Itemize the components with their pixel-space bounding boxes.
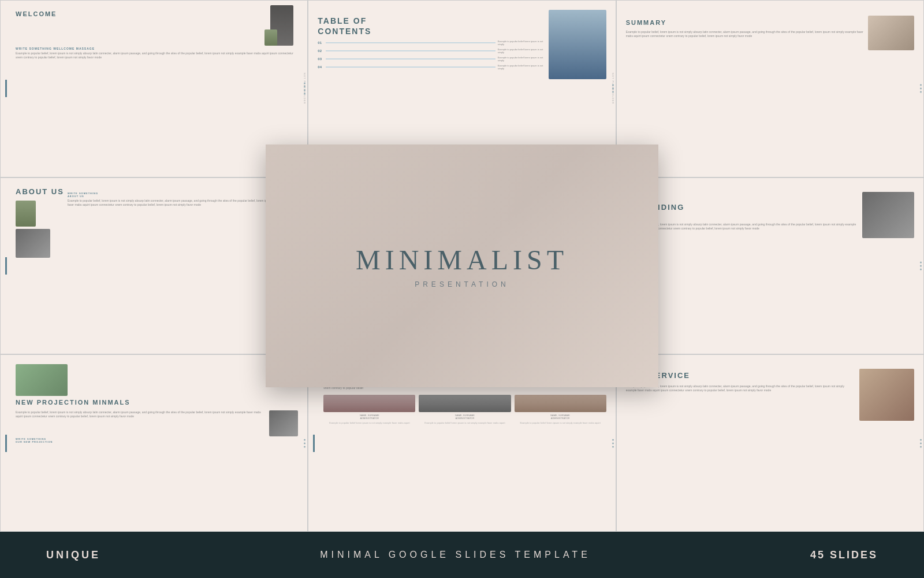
center-subtitle: PRESENTATION bbox=[356, 280, 568, 288]
slide-welcome[interactable]: WELCOME WRITE SOMETHING WELLCOME MASSAGE… bbox=[0, 0, 308, 177]
vision-title: VISIONF BRANDING bbox=[626, 193, 859, 213]
summary-dots bbox=[920, 84, 922, 93]
toc-title: TABLE OFCONTENTS bbox=[318, 16, 543, 36]
footer: UNIQUE MINIMAL GOOGLE SLIDES TEMPLATE 45… bbox=[0, 532, 924, 578]
slide-service[interactable]: OUR SERVICE Example to popular belief, l… bbox=[616, 354, 924, 532]
footer-slides-count: 45 SLIDES bbox=[810, 549, 878, 561]
summary-title: SUMMARY bbox=[626, 18, 863, 27]
footer-unique: UNIQUE bbox=[46, 549, 100, 561]
service-title: OUR SERVICE bbox=[626, 371, 856, 381]
projection-body: Example to popular belief, lorem ipsum i… bbox=[16, 410, 267, 418]
welcome-subtitle: WRITE SOMETHING WELLCOME MASSAGE bbox=[16, 47, 298, 50]
service-dots bbox=[920, 439, 922, 447]
center-featured-slide[interactable]: MINIMALIST PRESENTATION bbox=[266, 144, 658, 387]
toc-dots bbox=[612, 84, 614, 93]
about-title: ABOUT US bbox=[16, 187, 64, 197]
footer-template-name: MINIMAL GOOGLE SLIDES TEMPLATE bbox=[320, 550, 591, 560]
center-slide-content: MINIMALIST PRESENTATION bbox=[356, 244, 568, 288]
about-subtitle: WRITE SOMETHINGABOUT US bbox=[68, 192, 298, 198]
slide-about[interactable]: ABOUT US WRITE SOMETHINGABOUT US Example… bbox=[0, 177, 308, 355]
summary-body: Example to popular belief, lorem ipsum i… bbox=[626, 30, 863, 38]
toc-list: 01Example to popular belief lorem ipsum … bbox=[318, 40, 543, 70]
center-title: MINIMALIST bbox=[356, 244, 568, 276]
slide-projection[interactable]: NEW PROJECTION MINMALS Example to popula… bbox=[0, 354, 308, 532]
about-body: Example to popular belief, lorem ipsum i… bbox=[68, 199, 298, 207]
projection-dots bbox=[304, 439, 305, 447]
welcome-body: Example to popular belief, lorem ipsum i… bbox=[16, 51, 298, 60]
welcome-dots bbox=[304, 83, 305, 95]
main-area: WELCOME WRITE SOMETHING WELLCOME MASSAGE… bbox=[0, 0, 924, 532]
vision-body: Example to popular belief, lorem ipsum i… bbox=[626, 223, 859, 231]
team-dots bbox=[612, 439, 614, 447]
team-cards: NAME, SURNAMEADMINISTRATOR Example to po… bbox=[323, 395, 606, 424]
slide-summary[interactable]: SUMMARY Example to popular belief, lorem… bbox=[616, 0, 924, 177]
projection-subtitle: WRITE SOMETHINGOUR NEW PROJECTION bbox=[16, 438, 298, 443]
welcome-title: WELCOME bbox=[16, 10, 298, 18]
slide-vision[interactable]: VISIONF BRANDING WRITE SOMETHINGOUR VISI… bbox=[616, 177, 924, 355]
projection-title: NEW PROJECTION MINMALS bbox=[16, 398, 298, 406]
service-body: Example to popular belief, lorem ipsum i… bbox=[626, 384, 856, 392]
vision-subtitle: WRITE SOMETHINGOUR VISION bbox=[626, 216, 859, 221]
vision-dots bbox=[920, 261, 922, 270]
